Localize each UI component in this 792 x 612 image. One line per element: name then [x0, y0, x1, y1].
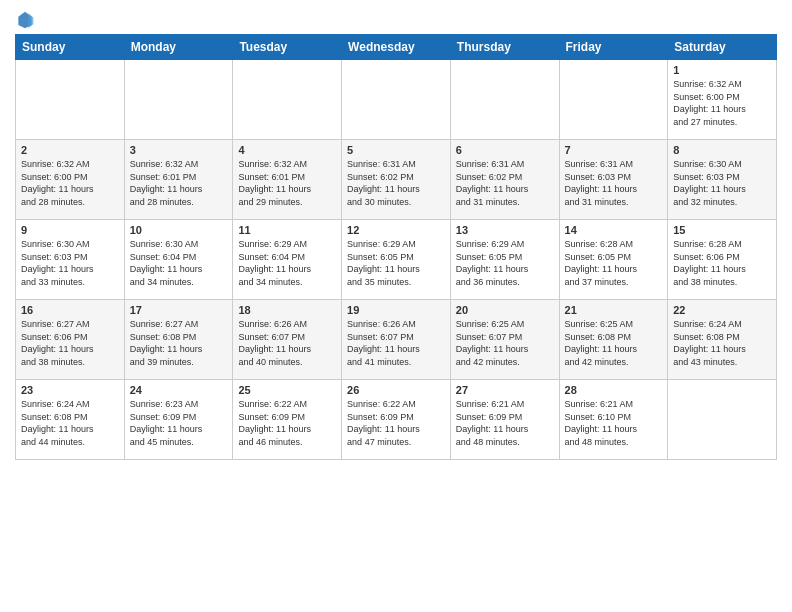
calendar-day-cell: 21Sunrise: 6:25 AM Sunset: 6:08 PM Dayli…: [559, 300, 668, 380]
day-info: Sunrise: 6:26 AM Sunset: 6:07 PM Dayligh…: [238, 318, 336, 368]
calendar-day-cell: 18Sunrise: 6:26 AM Sunset: 6:07 PM Dayli…: [233, 300, 342, 380]
day-number: 7: [565, 144, 663, 156]
calendar-day-cell: [450, 60, 559, 140]
day-number: 13: [456, 224, 554, 236]
day-number: 11: [238, 224, 336, 236]
day-number: 22: [673, 304, 771, 316]
calendar-day-cell: [124, 60, 233, 140]
calendar-day-cell: 6Sunrise: 6:31 AM Sunset: 6:02 PM Daylig…: [450, 140, 559, 220]
day-info: Sunrise: 6:29 AM Sunset: 6:04 PM Dayligh…: [238, 238, 336, 288]
day-number: 19: [347, 304, 445, 316]
calendar-day-cell: 27Sunrise: 6:21 AM Sunset: 6:09 PM Dayli…: [450, 380, 559, 460]
day-info: Sunrise: 6:26 AM Sunset: 6:07 PM Dayligh…: [347, 318, 445, 368]
calendar-day-cell: 1Sunrise: 6:32 AM Sunset: 6:00 PM Daylig…: [668, 60, 777, 140]
day-info: Sunrise: 6:21 AM Sunset: 6:09 PM Dayligh…: [456, 398, 554, 448]
calendar-day-cell: 22Sunrise: 6:24 AM Sunset: 6:08 PM Dayli…: [668, 300, 777, 380]
calendar-day-cell: 11Sunrise: 6:29 AM Sunset: 6:04 PM Dayli…: [233, 220, 342, 300]
calendar-week-row: 2Sunrise: 6:32 AM Sunset: 6:00 PM Daylig…: [16, 140, 777, 220]
calendar-day-cell: 2Sunrise: 6:32 AM Sunset: 6:00 PM Daylig…: [16, 140, 125, 220]
weekday-header: Saturday: [668, 35, 777, 60]
weekday-header: Sunday: [16, 35, 125, 60]
day-number: 14: [565, 224, 663, 236]
day-info: Sunrise: 6:32 AM Sunset: 6:00 PM Dayligh…: [673, 78, 771, 128]
day-number: 20: [456, 304, 554, 316]
day-info: Sunrise: 6:24 AM Sunset: 6:08 PM Dayligh…: [21, 398, 119, 448]
day-number: 17: [130, 304, 228, 316]
calendar-day-cell: 25Sunrise: 6:22 AM Sunset: 6:09 PM Dayli…: [233, 380, 342, 460]
day-info: Sunrise: 6:29 AM Sunset: 6:05 PM Dayligh…: [347, 238, 445, 288]
calendar-day-cell: [233, 60, 342, 140]
weekday-header: Friday: [559, 35, 668, 60]
day-info: Sunrise: 6:25 AM Sunset: 6:07 PM Dayligh…: [456, 318, 554, 368]
weekday-header: Thursday: [450, 35, 559, 60]
weekday-header: Monday: [124, 35, 233, 60]
day-info: Sunrise: 6:27 AM Sunset: 6:08 PM Dayligh…: [130, 318, 228, 368]
day-number: 27: [456, 384, 554, 396]
day-number: 6: [456, 144, 554, 156]
svg-marker-1: [28, 13, 33, 28]
day-info: Sunrise: 6:31 AM Sunset: 6:02 PM Dayligh…: [456, 158, 554, 208]
logo-icon: [15, 10, 35, 30]
day-info: Sunrise: 6:31 AM Sunset: 6:02 PM Dayligh…: [347, 158, 445, 208]
calendar-day-cell: [16, 60, 125, 140]
day-number: 1: [673, 64, 771, 76]
calendar-day-cell: 3Sunrise: 6:32 AM Sunset: 6:01 PM Daylig…: [124, 140, 233, 220]
day-info: Sunrise: 6:30 AM Sunset: 6:04 PM Dayligh…: [130, 238, 228, 288]
day-info: Sunrise: 6:22 AM Sunset: 6:09 PM Dayligh…: [347, 398, 445, 448]
calendar-week-row: 16Sunrise: 6:27 AM Sunset: 6:06 PM Dayli…: [16, 300, 777, 380]
day-number: 16: [21, 304, 119, 316]
calendar-day-cell: 10Sunrise: 6:30 AM Sunset: 6:04 PM Dayli…: [124, 220, 233, 300]
day-info: Sunrise: 6:32 AM Sunset: 6:00 PM Dayligh…: [21, 158, 119, 208]
calendar-day-cell: 26Sunrise: 6:22 AM Sunset: 6:09 PM Dayli…: [342, 380, 451, 460]
calendar-day-cell: [559, 60, 668, 140]
calendar-day-cell: 5Sunrise: 6:31 AM Sunset: 6:02 PM Daylig…: [342, 140, 451, 220]
calendar-day-cell: 8Sunrise: 6:30 AM Sunset: 6:03 PM Daylig…: [668, 140, 777, 220]
calendar-day-cell: 12Sunrise: 6:29 AM Sunset: 6:05 PM Dayli…: [342, 220, 451, 300]
weekday-header: Tuesday: [233, 35, 342, 60]
calendar-week-row: 1Sunrise: 6:32 AM Sunset: 6:00 PM Daylig…: [16, 60, 777, 140]
calendar-day-cell: 24Sunrise: 6:23 AM Sunset: 6:09 PM Dayli…: [124, 380, 233, 460]
day-info: Sunrise: 6:30 AM Sunset: 6:03 PM Dayligh…: [21, 238, 119, 288]
calendar-table: SundayMondayTuesdayWednesdayThursdayFrid…: [15, 34, 777, 460]
day-info: Sunrise: 6:24 AM Sunset: 6:08 PM Dayligh…: [673, 318, 771, 368]
calendar-day-cell: 28Sunrise: 6:21 AM Sunset: 6:10 PM Dayli…: [559, 380, 668, 460]
day-info: Sunrise: 6:30 AM Sunset: 6:03 PM Dayligh…: [673, 158, 771, 208]
day-number: 28: [565, 384, 663, 396]
calendar-day-cell: 20Sunrise: 6:25 AM Sunset: 6:07 PM Dayli…: [450, 300, 559, 380]
day-info: Sunrise: 6:23 AM Sunset: 6:09 PM Dayligh…: [130, 398, 228, 448]
calendar-day-cell: 15Sunrise: 6:28 AM Sunset: 6:06 PM Dayli…: [668, 220, 777, 300]
day-number: 18: [238, 304, 336, 316]
day-info: Sunrise: 6:27 AM Sunset: 6:06 PM Dayligh…: [21, 318, 119, 368]
day-number: 21: [565, 304, 663, 316]
day-info: Sunrise: 6:31 AM Sunset: 6:03 PM Dayligh…: [565, 158, 663, 208]
day-number: 9: [21, 224, 119, 236]
calendar-day-cell: 16Sunrise: 6:27 AM Sunset: 6:06 PM Dayli…: [16, 300, 125, 380]
day-number: 2: [21, 144, 119, 156]
day-info: Sunrise: 6:28 AM Sunset: 6:06 PM Dayligh…: [673, 238, 771, 288]
day-number: 24: [130, 384, 228, 396]
calendar-day-cell: 7Sunrise: 6:31 AM Sunset: 6:03 PM Daylig…: [559, 140, 668, 220]
day-number: 25: [238, 384, 336, 396]
calendar-week-row: 9Sunrise: 6:30 AM Sunset: 6:03 PM Daylig…: [16, 220, 777, 300]
calendar-header-row: SundayMondayTuesdayWednesdayThursdayFrid…: [16, 35, 777, 60]
day-number: 10: [130, 224, 228, 236]
calendar-day-cell: 14Sunrise: 6:28 AM Sunset: 6:05 PM Dayli…: [559, 220, 668, 300]
day-number: 3: [130, 144, 228, 156]
day-number: 4: [238, 144, 336, 156]
day-number: 23: [21, 384, 119, 396]
day-info: Sunrise: 6:28 AM Sunset: 6:05 PM Dayligh…: [565, 238, 663, 288]
header: [15, 10, 777, 30]
weekday-header: Wednesday: [342, 35, 451, 60]
calendar-day-cell: 19Sunrise: 6:26 AM Sunset: 6:07 PM Dayli…: [342, 300, 451, 380]
calendar-day-cell: 4Sunrise: 6:32 AM Sunset: 6:01 PM Daylig…: [233, 140, 342, 220]
page-container: SundayMondayTuesdayWednesdayThursdayFrid…: [0, 0, 792, 470]
calendar-day-cell: 17Sunrise: 6:27 AM Sunset: 6:08 PM Dayli…: [124, 300, 233, 380]
day-number: 26: [347, 384, 445, 396]
calendar-day-cell: 9Sunrise: 6:30 AM Sunset: 6:03 PM Daylig…: [16, 220, 125, 300]
day-number: 15: [673, 224, 771, 236]
day-number: 12: [347, 224, 445, 236]
calendar-day-cell: [342, 60, 451, 140]
day-info: Sunrise: 6:29 AM Sunset: 6:05 PM Dayligh…: [456, 238, 554, 288]
calendar-day-cell: [668, 380, 777, 460]
logo: [15, 10, 39, 30]
